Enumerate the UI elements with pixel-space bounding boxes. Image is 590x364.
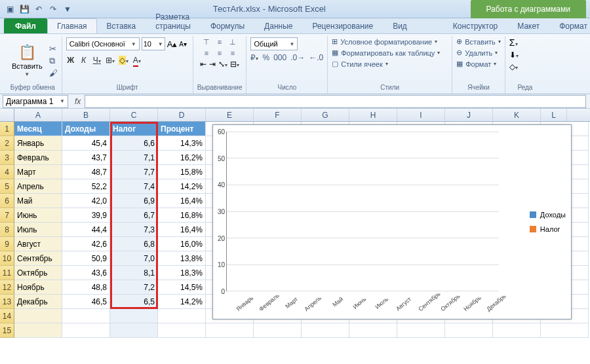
row-header[interactable]: 14 [0, 309, 14, 323]
font-size-selector[interactable]: 10▼ [142, 37, 165, 50]
col-header[interactable]: L [541, 109, 567, 121]
number-format-selector[interactable]: Общий▼ [250, 37, 298, 50]
autosum-icon[interactable]: Σ▾ [509, 37, 518, 48]
cell[interactable] [62, 309, 110, 323]
qat-dropdown-icon[interactable]: ▼ [62, 3, 73, 15]
col-header[interactable]: G [302, 109, 349, 121]
cell[interactable] [206, 323, 254, 338]
cell[interactable]: 14,3% [158, 136, 206, 151]
fill-color-button[interactable]: ◇▾ [119, 56, 128, 65]
cell[interactable]: Сентябрь [14, 251, 62, 266]
cell[interactable] [14, 309, 62, 323]
cell[interactable]: 6,7 [110, 208, 158, 223]
cell[interactable]: 42,6 [62, 237, 110, 251]
row-header[interactable]: 4 [0, 165, 14, 179]
orientation-icon[interactable]: ⤡▾ [218, 60, 227, 69]
redo-icon[interactable]: ↷ [47, 3, 59, 15]
cell[interactable]: 14,5% [158, 280, 206, 295]
cell[interactable]: 13,8% [158, 251, 206, 266]
cell[interactable]: Налог [110, 122, 158, 136]
cell[interactable]: 16,0% [158, 237, 206, 251]
font-color-button[interactable]: A▾ [132, 56, 142, 65]
cell[interactable]: 43,6 [62, 266, 110, 280]
increase-indent-icon[interactable]: ⇥ [209, 60, 216, 69]
cell[interactable] [397, 323, 445, 338]
row-header[interactable]: 13 [0, 295, 14, 309]
cell[interactable]: 42,0 [62, 194, 110, 208]
cell[interactable]: Месяц [14, 122, 62, 136]
align-right-icon[interactable]: ≡ [227, 48, 239, 58]
cell[interactable]: 18,3% [158, 266, 206, 280]
insert-cells-button[interactable]: ⊕Вставить▾ [456, 37, 501, 46]
cell[interactable] [158, 309, 206, 323]
cell[interactable]: Июнь [14, 208, 62, 223]
cell[interactable]: 6,6 [110, 136, 158, 151]
percent-icon[interactable]: % [262, 53, 269, 62]
cell[interactable]: 44,4 [62, 223, 110, 237]
copy-icon[interactable]: ⧉ [49, 56, 58, 66]
cell[interactable]: 7,1 [110, 151, 158, 165]
tab-chart-layout[interactable]: Макет [507, 18, 549, 33]
col-header[interactable]: J [445, 109, 493, 121]
embedded-chart[interactable]: ЯнварьФевральМартАпрельМайИюньИюльАвгуст… [212, 124, 572, 319]
row-header[interactable]: 12 [0, 280, 14, 295]
tab-page-layout[interactable]: Разметка страницы [146, 9, 201, 33]
row-header[interactable]: 1 [0, 122, 14, 136]
tab-chart-format[interactable]: Формат [549, 18, 590, 33]
cell[interactable]: 7,0 [110, 251, 158, 266]
tab-formulas[interactable]: Формулы [201, 18, 254, 33]
border-button[interactable]: ⊞▾ [106, 56, 115, 65]
cell[interactable] [62, 323, 110, 338]
tab-insert[interactable]: Вставка [97, 18, 146, 33]
col-header[interactable]: E [206, 109, 254, 121]
increase-decimal-icon[interactable]: .0→ [290, 53, 305, 62]
cell[interactable]: 16,4% [158, 194, 206, 208]
row-header[interactable]: 9 [0, 237, 14, 251]
cell[interactable]: 43,7 [62, 151, 110, 165]
cell[interactable]: 16,8% [158, 208, 206, 223]
cell[interactable]: 16,2% [158, 151, 206, 165]
cell[interactable]: Ноябрь [14, 280, 62, 295]
row-header[interactable]: 5 [0, 179, 14, 194]
cell[interactable]: 46,5 [62, 295, 110, 309]
cell[interactable] [445, 323, 493, 338]
row-header[interactable]: 2 [0, 136, 14, 151]
align-middle-icon[interactable]: ≡ [214, 37, 226, 47]
col-header[interactable]: B [62, 109, 110, 121]
col-header[interactable]: A [14, 109, 62, 121]
table-row[interactable]: 15 [0, 323, 590, 338]
undo-icon[interactable]: ↶ [33, 3, 45, 15]
cell[interactable]: 39,9 [62, 208, 110, 223]
tab-file[interactable]: Файл [4, 18, 47, 33]
fill-icon[interactable]: ⬇▾ [509, 50, 519, 60]
cell[interactable]: 52,2 [62, 179, 110, 194]
cell[interactable]: Доходы [62, 122, 110, 136]
cell[interactable]: Апрель [14, 179, 62, 194]
tab-data[interactable]: Данные [254, 18, 302, 33]
tab-view[interactable]: Вид [383, 18, 417, 33]
cell[interactable] [349, 323, 397, 338]
select-all-box[interactable] [0, 109, 14, 121]
cell[interactable]: 45,4 [62, 136, 110, 151]
cell[interactable]: Июль [14, 223, 62, 237]
cell[interactable]: Октябрь [14, 266, 62, 280]
cell[interactable]: 8,1 [110, 266, 158, 280]
cell[interactable]: 6,9 [110, 194, 158, 208]
save-icon[interactable]: 💾 [18, 3, 30, 15]
row-header[interactable]: 6 [0, 194, 14, 208]
clear-icon[interactable]: ◇▾ [509, 62, 518, 71]
align-left-icon[interactable]: ≡ [201, 48, 212, 58]
tab-home[interactable]: Главная [47, 18, 97, 33]
cell[interactable] [158, 323, 206, 338]
col-header[interactable]: I [397, 109, 445, 121]
name-box[interactable]: Диаграмма 1▼ [3, 95, 68, 108]
font-name-selector[interactable]: Calibri (Основної▼ [66, 37, 140, 50]
align-bottom-icon[interactable]: ⊥ [227, 37, 239, 47]
decrease-font-icon[interactable]: A▾ [179, 41, 187, 48]
increase-font-icon[interactable]: A▴ [167, 39, 178, 49]
col-header[interactable]: H [349, 109, 397, 121]
cell[interactable]: 7,3 [110, 223, 158, 237]
col-header[interactable]: D [158, 109, 206, 121]
cell[interactable]: 7,7 [110, 165, 158, 179]
underline-button[interactable]: Ч▾ [92, 56, 102, 65]
